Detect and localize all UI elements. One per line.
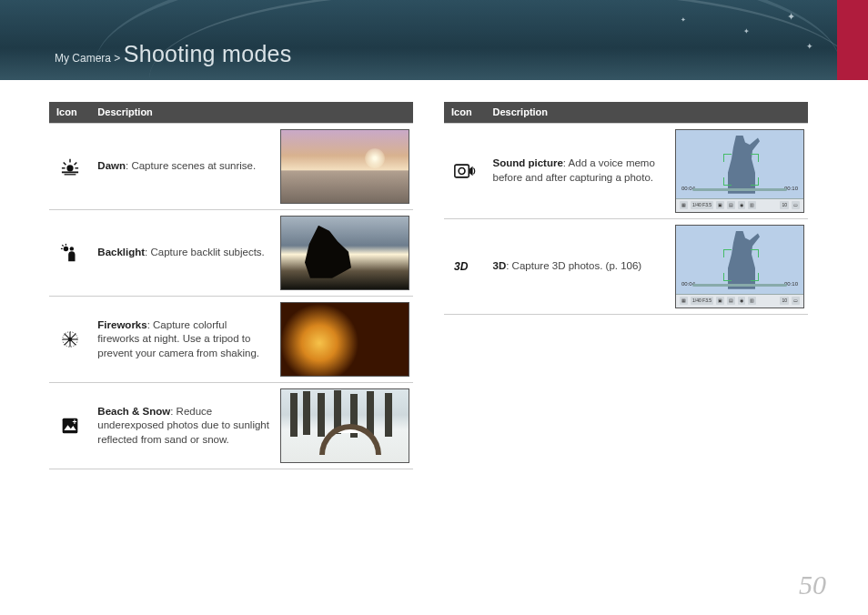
soundpic-icon: [444, 123, 486, 218]
modes-table-left: Icon Description Dawn: Capture scenes at…: [49, 102, 413, 469]
dawn-icon: [49, 123, 90, 209]
focus-corner: [751, 273, 759, 281]
breadcrumb-section: My Camera: [55, 52, 111, 65]
svg-point-0: [66, 165, 73, 171]
table-row: Fireworks: Capture colorful fireworks at…: [49, 296, 413, 382]
svg-text:+: +: [72, 418, 76, 427]
lcd-info: 1/40 F3.5: [691, 201, 713, 209]
svg-line-5: [74, 162, 76, 165]
page-number: 50: [799, 570, 826, 600]
mode-text: : Capture scenes at sunrise.: [126, 160, 256, 171]
svg-point-22: [459, 167, 465, 174]
mode-term: Backlight: [97, 247, 145, 257]
lcd-progress: [692, 188, 787, 191]
mode-description: Fireworks: Capture colorful fireworks at…: [90, 296, 277, 382]
table-row: 3D3D: Capture 3D photos. (p. 106)▦1/40 F…: [444, 218, 808, 314]
accent-bar: [837, 0, 868, 80]
table-row: Backlight: Capture backlit subjects.: [49, 209, 413, 296]
3d-icon: 3D: [444, 218, 486, 314]
beachsnow-icon: +: [49, 382, 90, 469]
col-header-desc: Description: [486, 102, 808, 123]
mode-thumbnail-cell: [277, 382, 413, 469]
mode-term: 3D: [493, 260, 507, 271]
mode-thumbnail-cell: ▦1/40 F3.5▣▤◉▥10▭00:0400:10: [671, 218, 808, 314]
page-title: Shooting modes: [124, 41, 292, 66]
lcd-status-bar: ▦1/40 F3.5▣▤◉▥10▭: [676, 198, 803, 212]
lcd-status-bar: ▦1/40 F3.5▣▤◉▥10▭: [676, 294, 803, 308]
lcd-preview: ▦1/40 F3.5▣▤◉▥10▭00:0400:10: [675, 225, 804, 308]
mode-description: Sound picture: Add a voice memo before a…: [486, 123, 671, 218]
focus-corner: [723, 249, 732, 257]
svg-text:3D: 3D: [454, 260, 469, 273]
lcd-progress: [692, 284, 787, 287]
right-column: Icon Description Sound picture: Add a vo…: [444, 102, 808, 469]
focus-corner: [751, 249, 759, 257]
svg-rect-21: [455, 165, 469, 177]
focus-corner: [723, 273, 732, 281]
mode-term: Dawn: [97, 160, 126, 171]
mode-description: 3D: Capture 3D photos. (p. 106): [486, 218, 671, 314]
focus-corner: [723, 154, 732, 162]
svg-point-12: [69, 247, 73, 250]
table-row: Sound picture: Add a voice memo before a…: [444, 123, 808, 218]
page-header: ✦ ✦ ✦ ✦ My Camera > Shooting modes: [0, 0, 868, 80]
mode-text: : Capture 3D photos. (p. 106): [506, 260, 641, 271]
table-row: Dawn: Capture scenes at sunrise.: [49, 123, 413, 209]
focus-corner: [751, 177, 759, 186]
focus-corner: [751, 154, 759, 162]
mode-term: Sound picture: [493, 157, 563, 168]
fire-thumb: [280, 302, 409, 377]
svg-line-4: [63, 162, 66, 165]
modes-table-right: Icon Description Sound picture: Add a vo…: [444, 102, 808, 315]
decor-swoosh: [149, 0, 859, 80]
mode-text: : Capture backlit subjects.: [145, 247, 265, 257]
mode-description: Backlight: Capture backlit subjects.: [90, 209, 277, 296]
svg-rect-1: [62, 171, 78, 173]
back-thumb: [280, 216, 409, 290]
mode-term: Fireworks: [97, 319, 146, 330]
page-content: Icon Description Dawn: Capture scenes at…: [0, 80, 868, 469]
sparkle-icon: ✦: [806, 42, 813, 51]
svg-rect-2: [64, 174, 76, 175]
dawn-thumb: [280, 129, 409, 204]
svg-line-11: [62, 245, 63, 246]
col-header-icon: Icon: [49, 102, 90, 123]
lcd-preview: ▦1/40 F3.5▣▤◉▥10▭00:0400:10: [675, 129, 804, 213]
snow-thumb: [280, 388, 409, 463]
mode-description: Beach & Snow: Reduce underexposed photos…: [90, 382, 277, 469]
col-header-desc: Description: [90, 102, 413, 123]
sparkle-icon: ✦: [743, 27, 750, 35]
sparkle-icon: ✦: [681, 16, 686, 24]
breadcrumb-sep: >: [114, 52, 120, 65]
mode-thumbnail-cell: [277, 296, 413, 382]
fireworks-icon: [49, 296, 90, 382]
focus-corner: [723, 177, 732, 186]
lcd-info: 1/40 F3.5: [691, 297, 713, 305]
mode-thumbnail-cell: [277, 123, 413, 209]
breadcrumb: My Camera > Shooting modes: [55, 41, 292, 67]
left-column: Icon Description Dawn: Capture scenes at…: [49, 102, 413, 469]
manual-page: ✦ ✦ ✦ ✦ My Camera > Shooting modes Icon …: [0, 0, 868, 615]
svg-point-8: [63, 247, 68, 252]
table-row: +Beach & Snow: Reduce underexposed photo…: [49, 382, 413, 469]
col-header-icon: Icon: [444, 102, 486, 123]
mode-description: Dawn: Capture scenes at sunrise.: [90, 123, 277, 209]
backlight-icon: [49, 209, 90, 296]
mode-thumbnail-cell: [277, 209, 413, 296]
mode-term: Beach & Snow: [97, 406, 170, 417]
mode-thumbnail-cell: ▦1/40 F3.5▣▤◉▥10▭00:0400:10: [671, 123, 808, 218]
sparkle-icon: ✦: [787, 11, 795, 23]
